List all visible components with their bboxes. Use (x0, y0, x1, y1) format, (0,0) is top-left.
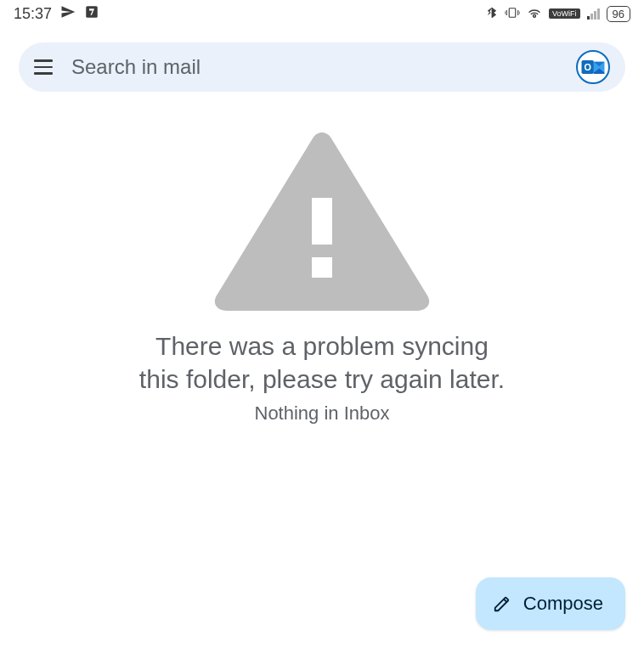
status-bar: 15:37 VoWiFi 96 (0, 0, 644, 27)
empty-state-message: Nothing in Inbox (255, 402, 390, 425)
status-left: 15:37 (14, 4, 99, 24)
compose-label: Compose (523, 593, 603, 615)
search-input[interactable] (71, 55, 576, 79)
vowifi-badge: VoWiFi (549, 8, 580, 19)
account-avatar[interactable]: O (576, 50, 610, 84)
error-message: There was a problem syncing this folder,… (135, 329, 509, 396)
signal-icon (587, 8, 600, 20)
compose-button[interactable]: Compose (476, 577, 625, 630)
svg-rect-1 (509, 8, 516, 17)
battery-indicator: 96 (607, 6, 630, 22)
search-bar[interactable]: O (19, 42, 625, 92)
wifi-icon (527, 7, 542, 21)
telegram-icon (60, 4, 76, 24)
svg-rect-0 (86, 6, 98, 18)
vibrate-icon (505, 7, 520, 21)
svg-text:O: O (585, 62, 591, 72)
hamburger-menu-icon[interactable] (34, 59, 53, 75)
pencil-icon (493, 594, 511, 613)
svg-rect-9 (312, 198, 332, 245)
bluetooth-icon (486, 6, 498, 22)
warning-icon (212, 126, 432, 312)
status-time: 15:37 (14, 5, 52, 23)
main-content: There was a problem syncing this folder,… (0, 92, 644, 425)
status-right: VoWiFi 96 (486, 6, 630, 22)
keyboard-icon (84, 4, 99, 24)
svg-rect-10 (312, 257, 332, 278)
